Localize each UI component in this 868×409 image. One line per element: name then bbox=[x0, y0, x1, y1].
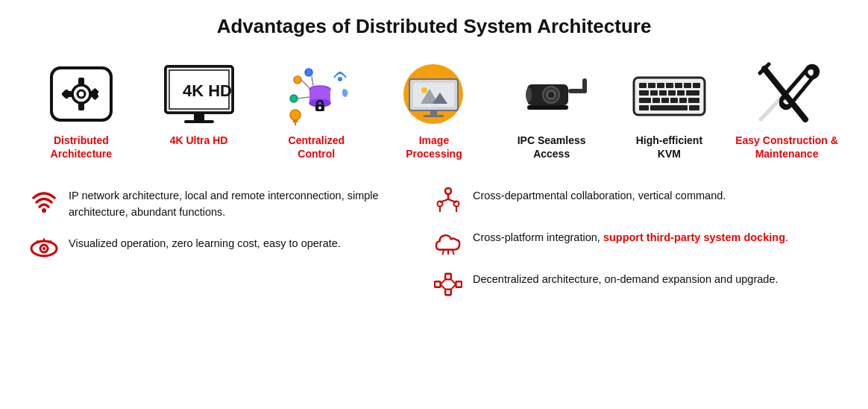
svg-rect-97 bbox=[456, 282, 462, 288]
svg-rect-57 bbox=[639, 90, 649, 96]
4khd-icon-box: 4K HD bbox=[158, 60, 240, 128]
svg-line-27 bbox=[298, 97, 309, 99]
svg-point-1 bbox=[72, 85, 90, 103]
svg-rect-4 bbox=[78, 103, 84, 110]
wifi-icon bbox=[30, 187, 58, 215]
svg-rect-16 bbox=[184, 120, 214, 123]
feature-cross-platform-text: Cross-platform integration, support thir… bbox=[473, 228, 788, 246]
expand-icon bbox=[434, 270, 462, 299]
svg-rect-55 bbox=[684, 83, 691, 88]
svg-rect-48 bbox=[527, 105, 568, 110]
distributed-icon bbox=[48, 64, 115, 124]
svg-point-23 bbox=[305, 69, 312, 76]
icon-item-construction: Easy Construction &Maintenance bbox=[733, 60, 841, 160]
svg-rect-98 bbox=[445, 290, 451, 296]
distributed-icon-box bbox=[40, 60, 122, 128]
ipc-icon bbox=[512, 71, 591, 117]
centralized-label: CentralizedControl bbox=[289, 134, 345, 160]
feature-cross-platform: Cross-platform integration, support thir… bbox=[434, 228, 838, 257]
icon-item-4khd: 4K HD 4K Ultra HD bbox=[145, 60, 253, 147]
svg-rect-3 bbox=[78, 78, 84, 85]
svg-rect-66 bbox=[670, 98, 678, 103]
feature-visualized-text: Visualized operation, zero learning cost… bbox=[69, 234, 341, 252]
svg-rect-0 bbox=[51, 68, 111, 120]
svg-rect-53 bbox=[666, 83, 673, 88]
features-section: IP network architecture, local and remot… bbox=[22, 187, 846, 299]
icon-item-ipc: IPC SeamlessAccess bbox=[497, 60, 606, 160]
feature-cross-dept-text: Cross-departmental collaboration, vertic… bbox=[473, 187, 726, 204]
icon-item-distributed: DistributedArchitecture bbox=[27, 60, 135, 160]
image-icon bbox=[398, 63, 469, 126]
features-right: Cross-departmental collaboration, vertic… bbox=[434, 187, 838, 299]
svg-rect-46 bbox=[582, 78, 587, 93]
svg-point-75 bbox=[781, 98, 791, 108]
feature-cross-platform-highlight: support third-party system docking bbox=[603, 231, 785, 243]
svg-rect-56 bbox=[693, 83, 700, 88]
icon-item-kvm: High-efficientKVM bbox=[615, 60, 723, 160]
feature-visualized: Visualized operation, zero learning cost… bbox=[30, 234, 434, 263]
icons-row: DistributedArchitecture 4K HD 4K Ultra H… bbox=[22, 60, 846, 160]
4khd-label: 4K Ultra HD bbox=[170, 134, 228, 147]
centralized-icon-box bbox=[275, 60, 357, 128]
svg-rect-15 bbox=[194, 113, 204, 120]
network-icon bbox=[434, 187, 462, 215]
svg-line-83 bbox=[49, 241, 51, 243]
svg-point-28 bbox=[290, 110, 301, 120]
image-label: ImageProcessing bbox=[406, 134, 462, 160]
feature-cross-dept: Cross-departmental collaboration, vertic… bbox=[434, 187, 838, 215]
svg-text:4K HD: 4K HD bbox=[183, 81, 232, 100]
construction-icon bbox=[749, 61, 824, 127]
svg-point-80 bbox=[43, 247, 45, 250]
svg-rect-62 bbox=[686, 90, 699, 96]
image-icon-box bbox=[393, 60, 475, 128]
distributed-label: DistributedArchitecture bbox=[51, 134, 112, 160]
svg-rect-64 bbox=[652, 98, 660, 103]
svg-point-22 bbox=[294, 76, 301, 84]
svg-point-38 bbox=[421, 87, 427, 93]
svg-rect-95 bbox=[435, 282, 441, 288]
svg-point-44 bbox=[548, 92, 554, 98]
svg-rect-54 bbox=[675, 83, 682, 88]
icon-item-image: ImageProcessing bbox=[380, 60, 488, 160]
svg-rect-71 bbox=[689, 105, 699, 110]
svg-rect-60 bbox=[668, 90, 676, 96]
svg-point-2 bbox=[78, 90, 85, 98]
svg-rect-67 bbox=[679, 98, 687, 103]
svg-rect-29 bbox=[293, 120, 298, 122]
feature-decentralized-text: Decentralized architecture, on-demand ex… bbox=[473, 270, 778, 288]
svg-point-31 bbox=[338, 77, 342, 81]
svg-point-24 bbox=[290, 95, 298, 102]
svg-rect-61 bbox=[677, 90, 685, 96]
svg-line-82 bbox=[37, 241, 39, 243]
svg-rect-58 bbox=[650, 90, 658, 96]
ipc-label: IPC SeamlessAccess bbox=[518, 134, 586, 160]
svg-rect-96 bbox=[445, 274, 451, 280]
svg-rect-50 bbox=[639, 83, 647, 88]
svg-rect-69 bbox=[639, 105, 649, 110]
svg-point-77 bbox=[42, 208, 46, 213]
icon-item-centralized: CentralizedControl bbox=[262, 60, 371, 160]
svg-line-26 bbox=[312, 76, 313, 86]
eye-icon bbox=[30, 234, 58, 263]
feature-ip-network: IP network architecture, local and remot… bbox=[30, 187, 434, 221]
feature-ip-network-text: IP network architecture, local and remot… bbox=[69, 187, 434, 221]
centralized-icon bbox=[279, 61, 353, 127]
svg-point-47 bbox=[526, 87, 532, 102]
feature-decentralized: Decentralized architecture, on-demand ex… bbox=[434, 270, 838, 299]
kvm-icon-box bbox=[628, 60, 710, 128]
svg-rect-68 bbox=[688, 98, 699, 103]
svg-point-84 bbox=[445, 188, 451, 194]
construction-label: Easy Construction &Maintenance bbox=[735, 134, 838, 160]
svg-rect-40 bbox=[424, 115, 444, 117]
svg-rect-52 bbox=[657, 83, 664, 88]
svg-rect-39 bbox=[430, 110, 437, 115]
svg-rect-59 bbox=[659, 90, 667, 96]
svg-rect-65 bbox=[661, 98, 669, 103]
construction-icon-box bbox=[746, 60, 828, 128]
features-left: IP network architecture, local and remot… bbox=[30, 187, 434, 299]
ipc-icon-box bbox=[511, 60, 593, 128]
cloud-icon bbox=[434, 228, 462, 257]
svg-point-21 bbox=[318, 107, 321, 110]
kvm-icon bbox=[630, 70, 708, 119]
svg-rect-63 bbox=[639, 98, 651, 103]
